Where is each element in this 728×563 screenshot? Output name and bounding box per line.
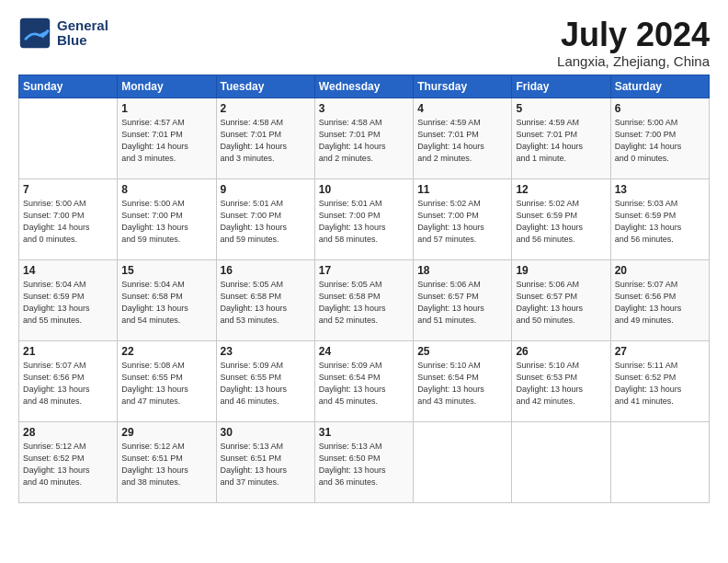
day-info: Sunrise: 5:00 AMSunset: 7:00 PMDaylight:… bbox=[23, 198, 113, 246]
day-info: Sunrise: 5:01 AMSunset: 7:00 PMDaylight:… bbox=[319, 198, 409, 246]
header: General Blue July 2024 Langxia, Zhejiang… bbox=[18, 17, 710, 69]
day-number: 24 bbox=[319, 345, 409, 358]
day-cell: 30Sunrise: 5:13 AMSunset: 6:51 PMDayligh… bbox=[216, 421, 314, 502]
day-cell: 29Sunrise: 5:12 AMSunset: 6:51 PMDayligh… bbox=[118, 421, 216, 502]
day-number: 19 bbox=[516, 264, 606, 277]
day-info: Sunrise: 4:57 AMSunset: 7:01 PMDaylight:… bbox=[121, 117, 211, 165]
day-number: 12 bbox=[516, 183, 606, 196]
day-cell: 28Sunrise: 5:12 AMSunset: 6:52 PMDayligh… bbox=[19, 421, 118, 502]
day-cell bbox=[512, 421, 610, 502]
day-cell: 19Sunrise: 5:06 AMSunset: 6:57 PMDayligh… bbox=[512, 259, 610, 340]
day-cell: 13Sunrise: 5:03 AMSunset: 6:59 PMDayligh… bbox=[610, 178, 709, 259]
day-info: Sunrise: 4:58 AMSunset: 7:01 PMDaylight:… bbox=[319, 117, 409, 165]
day-number: 30 bbox=[221, 426, 311, 439]
header-cell-friday: Friday bbox=[512, 75, 610, 98]
day-cell: 14Sunrise: 5:04 AMSunset: 6:59 PMDayligh… bbox=[19, 259, 118, 340]
day-cell: 20Sunrise: 5:07 AMSunset: 6:56 PMDayligh… bbox=[610, 259, 709, 340]
main-title: July 2024 bbox=[557, 17, 710, 53]
day-number: 13 bbox=[615, 183, 705, 196]
day-info: Sunrise: 5:05 AMSunset: 6:58 PMDaylight:… bbox=[319, 279, 409, 327]
day-number: 27 bbox=[615, 345, 705, 358]
day-number: 3 bbox=[319, 102, 409, 115]
day-cell: 8Sunrise: 5:00 AMSunset: 7:00 PMDaylight… bbox=[118, 178, 216, 259]
day-cell: 27Sunrise: 5:11 AMSunset: 6:52 PMDayligh… bbox=[610, 340, 709, 421]
header-cell-saturday: Saturday bbox=[610, 75, 709, 98]
day-info: Sunrise: 4:59 AMSunset: 7:01 PMDaylight:… bbox=[417, 117, 507, 165]
day-cell: 12Sunrise: 5:02 AMSunset: 6:59 PMDayligh… bbox=[512, 178, 610, 259]
day-info: Sunrise: 5:01 AMSunset: 7:00 PMDaylight:… bbox=[221, 198, 311, 246]
day-cell: 25Sunrise: 5:10 AMSunset: 6:54 PMDayligh… bbox=[414, 340, 512, 421]
day-info: Sunrise: 5:08 AMSunset: 6:55 PMDaylight:… bbox=[121, 360, 211, 408]
logo-icon bbox=[18, 17, 51, 50]
day-cell: 3Sunrise: 4:58 AMSunset: 7:01 PMDaylight… bbox=[314, 98, 413, 178]
day-cell: 9Sunrise: 5:01 AMSunset: 7:00 PMDaylight… bbox=[216, 178, 314, 259]
day-cell bbox=[414, 421, 512, 502]
day-cell: 15Sunrise: 5:04 AMSunset: 6:58 PMDayligh… bbox=[118, 259, 216, 340]
day-number: 29 bbox=[121, 426, 211, 439]
day-number: 10 bbox=[319, 183, 409, 196]
day-cell bbox=[610, 421, 709, 502]
day-number: 16 bbox=[221, 264, 311, 277]
day-number: 28 bbox=[23, 426, 113, 439]
day-info: Sunrise: 5:06 AMSunset: 6:57 PMDaylight:… bbox=[417, 279, 507, 327]
week-row-1: 1Sunrise: 4:57 AMSunset: 7:01 PMDaylight… bbox=[19, 98, 710, 178]
day-number: 8 bbox=[121, 183, 211, 196]
day-number: 25 bbox=[417, 345, 507, 358]
day-info: Sunrise: 5:06 AMSunset: 6:57 PMDaylight:… bbox=[516, 279, 606, 327]
day-number: 22 bbox=[121, 345, 211, 358]
week-row-5: 28Sunrise: 5:12 AMSunset: 6:52 PMDayligh… bbox=[19, 421, 710, 502]
day-info: Sunrise: 5:07 AMSunset: 6:56 PMDaylight:… bbox=[23, 360, 113, 408]
day-info: Sunrise: 5:13 AMSunset: 6:51 PMDaylight:… bbox=[221, 441, 311, 488]
day-cell bbox=[19, 98, 118, 178]
day-cell: 23Sunrise: 5:09 AMSunset: 6:55 PMDayligh… bbox=[216, 340, 314, 421]
day-cell: 31Sunrise: 5:13 AMSunset: 6:50 PMDayligh… bbox=[314, 421, 413, 502]
day-cell: 26Sunrise: 5:10 AMSunset: 6:53 PMDayligh… bbox=[512, 340, 610, 421]
day-info: Sunrise: 5:02 AMSunset: 6:59 PMDaylight:… bbox=[516, 198, 606, 246]
day-number: 1 bbox=[121, 102, 211, 115]
day-info: Sunrise: 5:07 AMSunset: 6:56 PMDaylight:… bbox=[615, 279, 705, 327]
day-number: 21 bbox=[23, 345, 113, 358]
header-row: SundayMondayTuesdayWednesdayThursdayFrid… bbox=[19, 75, 710, 98]
day-cell: 21Sunrise: 5:07 AMSunset: 6:56 PMDayligh… bbox=[19, 340, 118, 421]
day-info: Sunrise: 5:05 AMSunset: 6:58 PMDaylight:… bbox=[221, 279, 311, 327]
calendar-table: SundayMondayTuesdayWednesdayThursdayFrid… bbox=[18, 75, 710, 503]
day-cell: 16Sunrise: 5:05 AMSunset: 6:58 PMDayligh… bbox=[216, 259, 314, 340]
header-cell-sunday: Sunday bbox=[19, 75, 118, 98]
week-row-2: 7Sunrise: 5:00 AMSunset: 7:00 PMDaylight… bbox=[19, 178, 710, 259]
day-number: 6 bbox=[615, 102, 705, 115]
logo: General Blue bbox=[18, 17, 108, 50]
day-number: 15 bbox=[121, 264, 211, 277]
day-info: Sunrise: 5:00 AMSunset: 7:00 PMDaylight:… bbox=[615, 117, 705, 165]
day-info: Sunrise: 5:10 AMSunset: 6:54 PMDaylight:… bbox=[417, 360, 507, 408]
day-info: Sunrise: 5:09 AMSunset: 6:55 PMDaylight:… bbox=[221, 360, 311, 408]
day-number: 26 bbox=[516, 345, 606, 358]
day-cell: 1Sunrise: 4:57 AMSunset: 7:01 PMDaylight… bbox=[118, 98, 216, 178]
day-number: 5 bbox=[516, 102, 606, 115]
page: General Blue July 2024 Langxia, Zhejiang… bbox=[0, 0, 728, 563]
title-block: July 2024 Langxia, Zhejiang, China bbox=[557, 17, 710, 69]
day-number: 9 bbox=[221, 183, 311, 196]
day-cell: 22Sunrise: 5:08 AMSunset: 6:55 PMDayligh… bbox=[118, 340, 216, 421]
day-number: 17 bbox=[319, 264, 409, 277]
day-number: 31 bbox=[319, 426, 409, 439]
day-info: Sunrise: 5:00 AMSunset: 7:00 PMDaylight:… bbox=[121, 198, 211, 246]
week-row-4: 21Sunrise: 5:07 AMSunset: 6:56 PMDayligh… bbox=[19, 340, 710, 421]
day-cell: 7Sunrise: 5:00 AMSunset: 7:00 PMDaylight… bbox=[19, 178, 118, 259]
day-number: 2 bbox=[221, 102, 311, 115]
header-cell-monday: Monday bbox=[118, 75, 216, 98]
logo-text: General Blue bbox=[57, 18, 108, 49]
day-info: Sunrise: 5:12 AMSunset: 6:51 PMDaylight:… bbox=[121, 441, 211, 488]
day-cell: 18Sunrise: 5:06 AMSunset: 6:57 PMDayligh… bbox=[414, 259, 512, 340]
day-info: Sunrise: 5:03 AMSunset: 6:59 PMDaylight:… bbox=[615, 198, 705, 246]
day-cell: 5Sunrise: 4:59 AMSunset: 7:01 PMDaylight… bbox=[512, 98, 610, 178]
day-cell: 24Sunrise: 5:09 AMSunset: 6:54 PMDayligh… bbox=[314, 340, 413, 421]
day-info: Sunrise: 5:02 AMSunset: 7:00 PMDaylight:… bbox=[417, 198, 507, 246]
day-number: 4 bbox=[417, 102, 507, 115]
header-cell-wednesday: Wednesday bbox=[314, 75, 413, 98]
day-number: 11 bbox=[417, 183, 507, 196]
header-cell-tuesday: Tuesday bbox=[216, 75, 314, 98]
day-number: 7 bbox=[23, 183, 113, 196]
day-info: Sunrise: 4:59 AMSunset: 7:01 PMDaylight:… bbox=[516, 117, 606, 165]
day-info: Sunrise: 5:04 AMSunset: 6:58 PMDaylight:… bbox=[121, 279, 211, 327]
day-number: 18 bbox=[417, 264, 507, 277]
